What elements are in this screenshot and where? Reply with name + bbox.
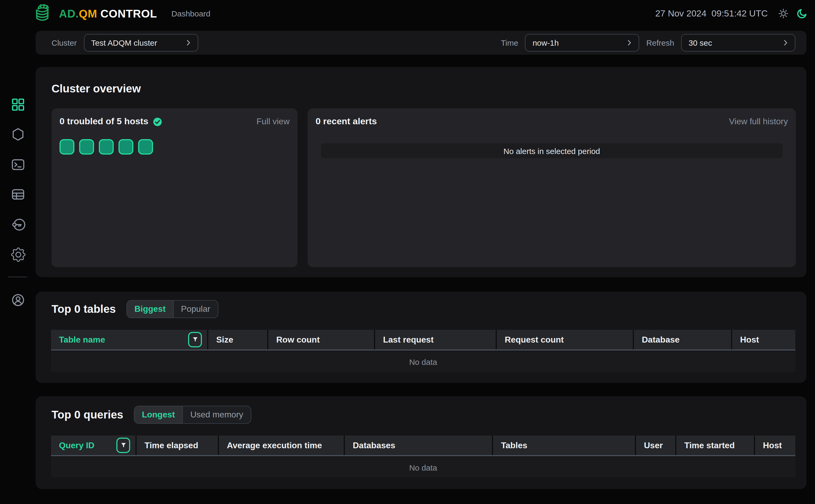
recent-alerts-card: 0 recent alerts View full history No ale… xyxy=(307,108,796,267)
column-header-average-execution-time[interactable]: Average execution time xyxy=(219,435,345,455)
column-label: Time elapsed xyxy=(144,441,198,450)
column-label: Size xyxy=(216,335,233,344)
top-tables-title: Top 0 tables xyxy=(52,303,116,315)
column-label: Tables xyxy=(501,441,527,450)
refresh-interval-select[interactable]: 30 sec xyxy=(681,34,795,52)
brand-qm: QM xyxy=(79,7,97,19)
column-label: Time started xyxy=(684,441,735,450)
column-label: Query ID xyxy=(59,441,94,450)
brand-control: CONTROL xyxy=(100,7,157,19)
toggle-option-used-memory[interactable]: Used memory xyxy=(183,406,250,423)
brand-logo[interactable]: AD.QMCONTROL xyxy=(34,4,157,23)
alerts-card-title: 0 recent alerts xyxy=(315,116,377,127)
user-icon xyxy=(11,293,25,307)
full-view-link[interactable]: Full view xyxy=(257,117,289,126)
app-root: AD.QMCONTROL Dashboard 27 Nov 2024 09:51… xyxy=(0,0,815,504)
column-label: Table name xyxy=(59,335,105,344)
tables-header-row: Table nameSizeRow countLast requestReque… xyxy=(51,330,795,351)
column-label: Request count xyxy=(505,335,564,344)
column-header-table-name[interactable]: Table name xyxy=(51,330,208,349)
sidebar-item-access-keys[interactable] xyxy=(7,214,29,235)
column-header-database[interactable]: Database xyxy=(634,330,732,349)
view-full-history-link[interactable]: View full history xyxy=(729,117,788,126)
column-header-time-started[interactable]: Time started xyxy=(676,435,755,455)
column-header-last-request[interactable]: Last request xyxy=(375,330,497,349)
hosts-card-head: 0 troubled of 5 hosts Full view xyxy=(59,116,289,127)
host-status-square[interactable] xyxy=(99,139,114,155)
sidebar-item-dashboard[interactable] xyxy=(7,94,29,115)
queries-mode-toggle: LongestUsed memory xyxy=(134,406,251,424)
cluster-select[interactable]: Test ADQM cluster xyxy=(84,34,198,52)
sidebar-item-queries[interactable] xyxy=(7,154,29,175)
cluster-label: Cluster xyxy=(52,38,77,47)
host-status-square[interactable] xyxy=(79,139,94,155)
column-label: Last request xyxy=(383,335,434,344)
top-tables-panel: Top 0 tables BiggestPopular Table nameSi… xyxy=(36,292,807,383)
top-header: AD.QMCONTROL Dashboard 27 Nov 2024 09:51… xyxy=(0,0,815,27)
column-header-size[interactable]: Size xyxy=(208,330,268,349)
light-theme-sun-icon[interactable] xyxy=(778,8,789,19)
column-header-databases[interactable]: Databases xyxy=(345,435,493,455)
column-label: Average execution time xyxy=(227,441,322,450)
host-status-square[interactable] xyxy=(59,139,74,155)
refresh-interval-value: 30 sec xyxy=(689,38,712,47)
alerts-card-title-text: 0 recent alerts xyxy=(315,116,377,127)
sidebar-divider xyxy=(8,277,27,277)
top-tables-head: Top 0 tables BiggestPopular xyxy=(52,300,218,318)
column-header-user[interactable]: User xyxy=(636,435,676,455)
queries-header-row: Query IDTime elapsedAverage execution ti… xyxy=(51,435,795,456)
column-header-request-count[interactable]: Request count xyxy=(497,330,634,349)
refresh-label: Refresh xyxy=(646,38,674,47)
dashboard-grid-icon xyxy=(11,97,25,112)
host-status-square[interactable] xyxy=(138,139,153,155)
filter-funnel-icon[interactable] xyxy=(188,332,202,347)
column-header-host[interactable]: Host xyxy=(755,435,795,455)
top-queries-head: Top 0 queries LongestUsed memory xyxy=(52,406,251,424)
toggle-option-longest[interactable]: Longest xyxy=(134,406,183,423)
alerts-card-head: 0 recent alerts View full history xyxy=(315,116,788,127)
sidebar-item-cluster[interactable] xyxy=(7,124,29,145)
dark-theme-moon-icon[interactable] xyxy=(796,8,808,19)
current-datetime: 27 Nov 2024 09:51:42 UTC xyxy=(655,8,768,19)
column-label: Host xyxy=(763,441,782,450)
filter-funnel-icon[interactable] xyxy=(116,438,130,453)
column-label: User xyxy=(644,441,663,450)
toggle-option-biggest[interactable]: Biggest xyxy=(127,301,173,318)
hosts-card-title-text: 0 troubled of 5 hosts xyxy=(59,116,148,127)
column-header-tables[interactable]: Tables xyxy=(493,435,636,455)
column-label: Database xyxy=(642,335,680,344)
chevron-right-icon xyxy=(626,39,634,47)
toggle-option-popular[interactable]: Popular xyxy=(173,301,217,318)
sidebar-item-settings[interactable] xyxy=(7,244,29,265)
chevron-right-icon xyxy=(782,39,790,47)
cluster-select-value: Test ADQM cluster xyxy=(91,38,157,47)
key-icon xyxy=(11,217,25,232)
host-squares-row xyxy=(59,139,153,155)
column-header-host[interactable]: Host xyxy=(732,330,795,349)
cluster-overview-panel: Cluster overview 0 troubled of 5 hosts F… xyxy=(36,67,807,277)
column-label: Row count xyxy=(276,335,320,344)
top-queries-panel: Top 0 queries LongestUsed memory Query I… xyxy=(36,396,807,489)
column-header-row-count[interactable]: Row count xyxy=(268,330,375,349)
brand-wordmark: AD.QMCONTROL xyxy=(59,7,157,20)
tables-no-data-row: No data xyxy=(51,352,795,372)
header-right: 27 Nov 2024 09:51:42 UTC xyxy=(655,8,808,19)
column-header-time-elapsed[interactable]: Time elapsed xyxy=(136,435,219,455)
sidebar xyxy=(0,27,36,504)
cluster-overview-title: Cluster overview xyxy=(52,82,141,95)
sidebar-item-account[interactable] xyxy=(7,289,29,311)
tables-mode-toggle: BiggestPopular xyxy=(126,300,218,318)
sidebar-item-tables[interactable] xyxy=(7,184,29,205)
gear-icon xyxy=(11,247,25,262)
check-circle-icon xyxy=(152,117,163,127)
column-label: Host xyxy=(740,335,759,344)
terminal-icon xyxy=(11,157,25,172)
no-alerts-message: No alerts in selected period xyxy=(321,143,783,158)
chevron-right-icon xyxy=(184,39,192,47)
time-range-select[interactable]: now-1h xyxy=(525,34,639,52)
host-status-square[interactable] xyxy=(118,139,133,155)
time-label: Time xyxy=(501,38,518,47)
column-header-query-id[interactable]: Query ID xyxy=(51,435,136,455)
hosts-status-card: 0 troubled of 5 hosts Full view xyxy=(52,108,297,267)
nav-dashboard[interactable]: Dashboard xyxy=(171,9,210,18)
